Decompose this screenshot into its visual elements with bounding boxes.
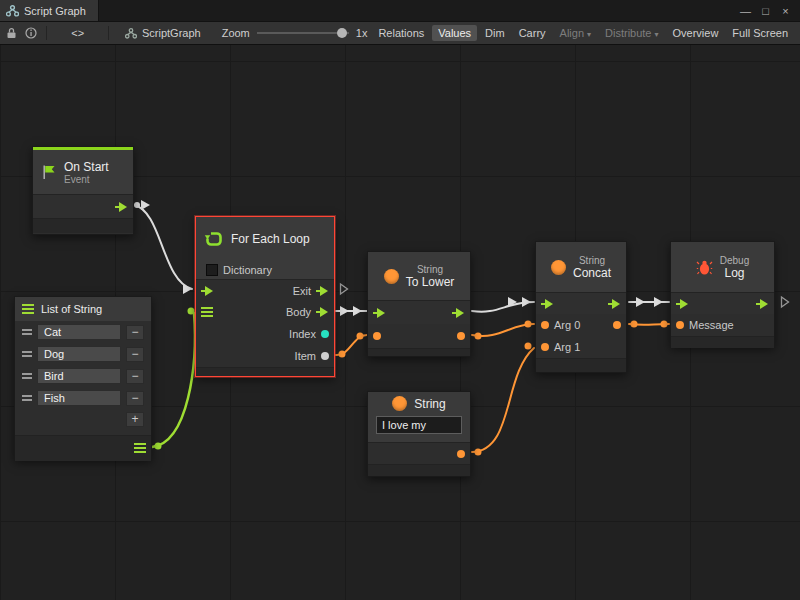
drag-handle-icon[interactable] — [22, 395, 32, 402]
node-footer — [368, 348, 470, 356]
port-row — [368, 442, 470, 464]
zoom-slider[interactable] — [257, 27, 349, 39]
values-button[interactable]: Values — [432, 25, 477, 41]
minimize-button[interactable]: — — [737, 2, 754, 20]
flow-out-port[interactable] — [756, 299, 769, 309]
string-out-port[interactable] — [457, 450, 465, 458]
node-footer — [15, 435, 151, 461]
align-dropdown[interactable]: Align▾ — [554, 25, 597, 41]
body-port[interactable] — [316, 307, 329, 317]
wire-endpoint-dot — [661, 321, 668, 328]
info-button[interactable] — [24, 24, 39, 42]
wire-endpoint-dot — [188, 308, 195, 315]
collection-in-port[interactable] — [201, 307, 213, 318]
exit-port[interactable] — [316, 286, 329, 296]
add-item-button[interactable]: + — [126, 412, 144, 427]
list-item-field[interactable]: Dog — [37, 346, 121, 362]
index-port[interactable] — [321, 330, 329, 338]
remove-item-button[interactable]: − — [126, 325, 144, 340]
lock-button[interactable] — [4, 24, 19, 42]
loop-icon — [204, 229, 224, 249]
node-for-each-loop[interactable]: For Each Loop Dictionary Exit Body — [195, 216, 335, 377]
carry-button[interactable]: Carry — [513, 25, 552, 41]
item-port[interactable] — [321, 352, 329, 360]
overview-button[interactable]: Overview — [667, 25, 725, 41]
node-list-of-string[interactable]: List of String Cat − Dog − Bird − Fish − — [14, 296, 152, 460]
info-icon — [25, 27, 37, 39]
flow-in-port[interactable] — [541, 299, 554, 309]
list-item-row: Dog − — [15, 343, 151, 365]
arg1-port[interactable] — [541, 343, 549, 351]
string-literal-input[interactable] — [376, 416, 462, 434]
wire-literal-to-arg1[interactable] — [472, 348, 534, 452]
wire-tolower-to-arg0[interactable] — [472, 324, 534, 336]
body-port-label: Body — [286, 306, 311, 318]
wire-concat-to-message[interactable] — [629, 324, 669, 325]
flow-out-port[interactable] — [452, 308, 465, 318]
node-type-label: String — [579, 255, 605, 266]
node-string-literal[interactable]: String — [367, 391, 471, 477]
wire-item-to-tolower[interactable] — [336, 335, 367, 355]
wire-onstart-to-foreach[interactable] — [134, 205, 192, 289]
flow-in-port[interactable] — [201, 286, 214, 296]
node-header: List of String — [15, 297, 151, 321]
edit-source-button[interactable]: <> — [65, 25, 90, 41]
node-to-lower[interactable]: String To Lower — [367, 251, 471, 357]
drag-handle-icon[interactable] — [22, 373, 32, 380]
dictionary-label: Dictionary — [223, 264, 272, 276]
drag-handle-icon[interactable] — [22, 351, 32, 358]
list-out-port[interactable] — [134, 443, 146, 454]
arg1-label: Arg 1 — [554, 341, 580, 353]
wire-endpoint-dot — [525, 321, 532, 328]
graph-icon — [6, 5, 19, 17]
wire-endpoint-dot — [631, 321, 638, 328]
result-out-port[interactable] — [613, 321, 621, 329]
port-row: Message — [671, 314, 774, 336]
flow-in-port[interactable] — [676, 299, 689, 309]
tab-script-graph[interactable]: Script Graph — [0, 0, 99, 21]
toolbar-buttons: Relations Values Dim Carry Align▾ Distri… — [372, 25, 796, 41]
dim-button[interactable]: Dim — [479, 25, 511, 41]
port-row: Exit — [196, 279, 334, 301]
toolbar-separator — [108, 26, 109, 40]
node-header: For Each Loop — [196, 217, 334, 261]
remove-item-button[interactable]: − — [126, 347, 144, 362]
zoom-slider-thumb[interactable] — [337, 28, 347, 38]
close-button[interactable]: × — [777, 2, 794, 20]
drag-handle-icon[interactable] — [22, 329, 32, 336]
distribute-dropdown[interactable]: Distribute▾ — [599, 25, 664, 41]
wire-list-to-foreach[interactable] — [152, 313, 195, 447]
remove-item-button[interactable]: − — [126, 369, 144, 384]
breadcrumb[interactable]: ScriptGraph — [125, 27, 201, 39]
zoom-value: 1x — [356, 27, 368, 39]
unconnected-port-icon — [339, 282, 349, 296]
flow-out-port[interactable] — [608, 299, 621, 309]
graph-toolbar: <> ScriptGraph Zoom 1x Relations — [0, 22, 800, 45]
relations-button[interactable]: Relations — [372, 25, 430, 41]
node-on-start[interactable]: On Start Event — [32, 146, 134, 235]
message-port[interactable] — [676, 321, 684, 329]
distribute-label: Distribute — [605, 27, 651, 39]
string-in-port[interactable] — [373, 332, 381, 340]
remove-item-button[interactable]: − — [126, 391, 144, 406]
wire-endpoint-dot — [155, 443, 162, 450]
zoom-slider-track[interactable] — [257, 32, 349, 34]
wire-tolower-to-concat[interactable] — [472, 302, 534, 312]
fullscreen-button[interactable]: Full Screen — [726, 25, 794, 41]
list-item-field[interactable]: Cat — [37, 324, 121, 340]
string-out-port[interactable] — [457, 332, 465, 340]
arg0-port[interactable] — [541, 321, 549, 329]
graph-canvas[interactable]: On Start Event List of String Cat − — [0, 45, 800, 600]
list-item-field[interactable]: Fish — [37, 390, 121, 406]
node-debug-log[interactable]: Debug Log Message — [670, 241, 775, 347]
node-concat[interactable]: String Concat Arg 0 Arg 1 — [535, 241, 627, 373]
dictionary-checkbox[interactable] — [206, 264, 218, 276]
list-item-field[interactable]: Bird — [37, 368, 121, 384]
maximize-button[interactable]: □ — [757, 2, 774, 20]
port-row — [33, 194, 133, 218]
flow-out-port[interactable] — [115, 202, 128, 212]
zoom-label: Zoom — [222, 27, 250, 39]
breadcrumb-label: ScriptGraph — [142, 27, 201, 39]
flow-in-port[interactable] — [373, 308, 386, 318]
port-row: Index — [196, 323, 334, 345]
